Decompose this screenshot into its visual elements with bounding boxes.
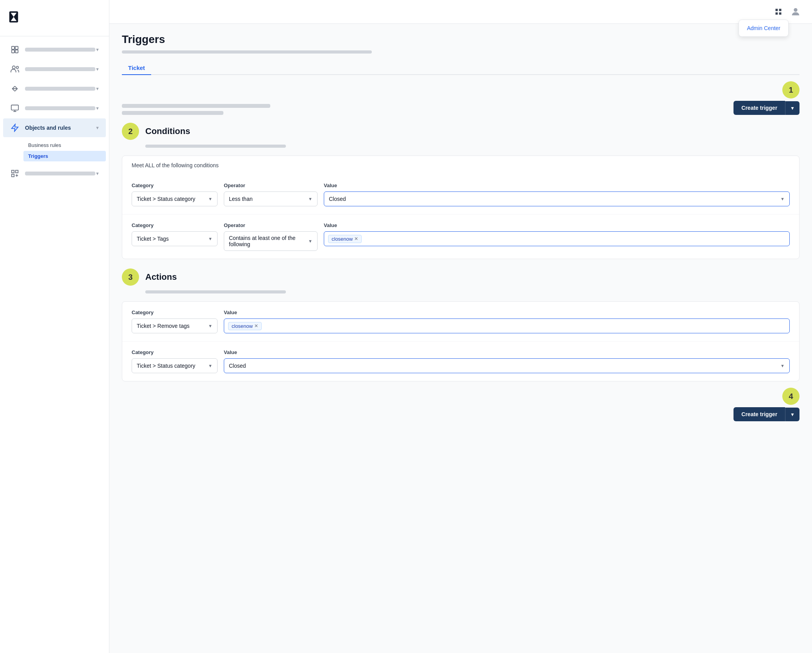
svg-point-6: [12, 66, 15, 69]
nav-placeholder: [25, 106, 95, 110]
create-trigger-dropdown-bottom[interactable]: ▼: [785, 408, 800, 421]
title-bar-placeholder: [122, 50, 372, 54]
condition-1-fields: Category Ticket > Status category ▼ Oper…: [132, 182, 790, 206]
chevron-down-icon: ▼: [780, 197, 785, 201]
action-1-tag-close[interactable]: ✕: [254, 323, 258, 329]
chevron-down-icon: ▼: [95, 106, 100, 111]
condition-row-1: Category Ticket > Status category ▼ Oper…: [122, 175, 799, 215]
actions-block: Category Ticket > Remove tags ▼ Value cl…: [122, 301, 800, 381]
objects-rules-icon: [9, 122, 20, 133]
action-1-value-group: Value closenow ✕: [224, 310, 790, 333]
tab-ticket[interactable]: Ticket: [122, 61, 151, 75]
condition-1-operator-label: Operator: [224, 182, 318, 188]
step-1-badge: 1: [782, 81, 800, 98]
conditions-header: 2 Conditions: [122, 123, 800, 140]
chevron-down-icon: ▼: [95, 47, 100, 52]
condition-1-category-select[interactable]: Ticket > Status category ▼: [132, 191, 218, 206]
action-1-tag: closenow ✕: [228, 322, 262, 330]
step-4-badge: 4: [782, 388, 800, 405]
sidebar-item-monitor[interactable]: ▼: [3, 99, 106, 118]
condition-1-category-group: Category Ticket > Status category ▼: [132, 182, 218, 206]
svg-rect-14: [776, 13, 778, 15]
sidebar-item-triggers[interactable]: Triggers: [23, 151, 106, 161]
condition-1-operator-select[interactable]: Less than ▼: [224, 191, 318, 206]
condition-2-category-select[interactable]: Ticket > Tags ▼: [132, 231, 218, 246]
action-row-2: Category Ticket > Status category ▼ Valu…: [122, 342, 799, 381]
condition-1-category-label: Category: [132, 182, 218, 188]
condition-2-fields: Category Ticket > Tags ▼ Operator Contai…: [132, 222, 790, 251]
condition-1-value-select[interactable]: Closed ▼: [324, 191, 790, 206]
header-placeholder-1: [122, 104, 270, 108]
svg-rect-4: [12, 50, 14, 53]
sidebar-item-people[interactable]: ▼: [3, 60, 106, 79]
action-1-category-group: Category Ticket > Remove tags ▼: [132, 310, 218, 333]
chevron-down-icon: ▼: [208, 363, 212, 368]
condition-1-value-value: Closed: [329, 196, 346, 202]
chevron-down-icon: ▼: [208, 197, 212, 201]
actions-header: 3 Actions: [122, 268, 800, 286]
condition-2-category-value: Ticket > Tags: [137, 236, 169, 242]
conditions-block: Meet ALL of the following conditions Cat…: [122, 156, 800, 259]
nav-label-group-apps: ▼: [25, 171, 100, 176]
condition-1-value-group: Value Closed ▼: [324, 182, 790, 206]
sidebar-item-business-rules[interactable]: Business rules: [23, 140, 106, 150]
apps-icon: [9, 168, 20, 179]
actions-desc-bar: [145, 290, 286, 293]
avatar[interactable]: [789, 5, 803, 19]
sidebar-sub-menu: Business rules Triggers: [0, 138, 109, 163]
grid-icon[interactable]: [771, 5, 785, 19]
page-title: Triggers: [122, 33, 800, 46]
condition-2-operator-select[interactable]: Contains at least one of the following ▼: [224, 231, 318, 251]
action-1-tag-input[interactable]: closenow ✕: [224, 318, 790, 333]
svg-rect-10: [16, 170, 18, 173]
sidebar: ▼ ▼ ▼: [0, 0, 109, 653]
create-trigger-dropdown-top[interactable]: ▼: [785, 101, 800, 115]
svg-rect-3: [15, 47, 18, 49]
chevron-down-icon: ▼: [790, 412, 795, 417]
header-placeholder-group: [122, 104, 733, 115]
action-1-category-select[interactable]: Ticket > Remove tags ▼: [132, 318, 218, 333]
people-icon: [9, 64, 20, 75]
sidebar-item-routing[interactable]: ▼: [3, 79, 106, 98]
nav-label-group-monitor: ▼: [25, 106, 100, 111]
nav-label-group-routing: ▼: [25, 86, 100, 91]
sidebar-item-apps[interactable]: ▼: [3, 164, 106, 183]
logo: [0, 0, 109, 36]
action-2-category-select[interactable]: Ticket > Status category ▼: [132, 358, 218, 373]
action-2-value-value: Closed: [229, 363, 246, 369]
action-2-category-value: Ticket > Status category: [137, 363, 195, 369]
action-2-category-group: Category Ticket > Status category ▼: [132, 349, 218, 373]
chevron-down-icon: ▼: [308, 239, 312, 243]
action-row-1: Category Ticket > Remove tags ▼ Value cl…: [122, 302, 799, 342]
condition-1-operator-value: Less than: [229, 196, 253, 202]
condition-2-value-group: Value closenow ✕: [324, 222, 790, 246]
condition-2-tag-input[interactable]: closenow ✕: [324, 231, 790, 246]
condition-2-operator-group: Operator Contains at least one of the fo…: [224, 222, 318, 251]
action-2-category-label: Category: [132, 349, 218, 355]
action-1-fields: Category Ticket > Remove tags ▼ Value cl…: [132, 310, 790, 333]
condition-1-value-label: Value: [324, 182, 790, 188]
conditions-section: 2 Conditions Meet ALL of the following c…: [122, 123, 800, 259]
action-2-value-select[interactable]: Closed ▼: [224, 358, 790, 373]
condition-2-tag-close[interactable]: ✕: [354, 236, 358, 242]
meet-all-label: Meet ALL of the following conditions: [132, 162, 790, 168]
svg-rect-5: [15, 50, 18, 53]
action-1-value-label: Value: [224, 310, 790, 315]
condition-2-tag-text: closenow: [332, 236, 353, 242]
chevron-down-icon: ▼: [790, 106, 795, 111]
sidebar-item-objects-rules[interactable]: Objects and rules ▼: [3, 118, 106, 137]
nav-label-group-people: ▼: [25, 67, 100, 72]
nav-label-group-home: ▼: [25, 47, 100, 52]
action-1-category-label: Category: [132, 310, 218, 315]
action-1-category-value: Ticket > Remove tags: [137, 323, 189, 329]
routing-icon: [9, 83, 20, 94]
condition-2-category-group: Category Ticket > Tags ▼: [132, 222, 218, 246]
admin-center-link[interactable]: Admin Center: [747, 25, 780, 31]
sidebar-item-home[interactable]: ▼: [3, 40, 106, 59]
create-trigger-group-bottom: Create trigger ▼: [733, 407, 800, 421]
svg-rect-11: [12, 174, 14, 177]
create-trigger-button-bottom[interactable]: Create trigger: [733, 407, 785, 421]
create-trigger-button-top[interactable]: Create trigger: [733, 101, 785, 115]
action-2-value-group: Value Closed ▼: [224, 349, 790, 373]
svg-rect-13: [779, 9, 782, 11]
